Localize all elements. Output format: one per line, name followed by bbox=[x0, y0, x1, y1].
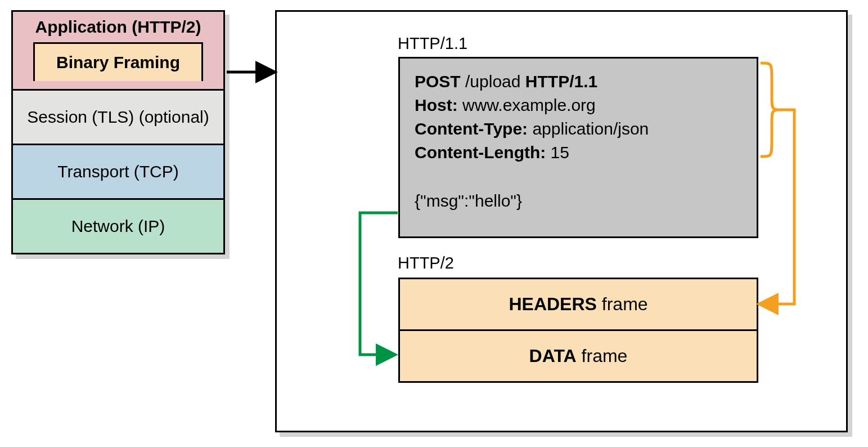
binary-framing-box: Binary Framing bbox=[33, 42, 203, 81]
content-length-label: Content-Length: bbox=[415, 143, 546, 162]
layer-session: Session (TLS) (optional) bbox=[13, 91, 223, 145]
http2-frames-box: HEADERS frame DATA frame bbox=[398, 278, 758, 383]
http-version: HTTP/1.1 bbox=[525, 72, 597, 91]
data-frame-bold: DATA bbox=[529, 346, 577, 366]
headers-frame-bold: HEADERS bbox=[509, 294, 596, 314]
content-length-value: 15 bbox=[551, 143, 569, 162]
application-title: Application (HTTP/2) bbox=[19, 17, 218, 37]
http11-request-line: POST /upload HTTP/1.1 bbox=[415, 70, 742, 93]
data-frame-rest: frame bbox=[582, 346, 628, 366]
message-panel: HTTP/1.1 POST /upload HTTP/1.1 Host: www… bbox=[275, 10, 848, 432]
protocol-layer-stack: Application (HTTP/2) Binary Framing Sess… bbox=[11, 10, 225, 254]
content-type-value: application/json bbox=[532, 119, 649, 138]
http2-label: HTTP/2 bbox=[398, 254, 454, 272]
http-path: /upload bbox=[465, 72, 520, 91]
http11-label: HTTP/1.1 bbox=[398, 34, 467, 53]
content-type-label: Content-Type: bbox=[415, 119, 528, 138]
headers-frame-rest: frame bbox=[602, 294, 648, 314]
http-method: POST bbox=[415, 72, 461, 91]
host-value: www.example.org bbox=[462, 96, 596, 114]
http11-content-type-header: Content-Type: application/json bbox=[415, 117, 742, 141]
headers-frame: HEADERS frame bbox=[400, 279, 757, 331]
layer-network: Network (IP) bbox=[13, 200, 223, 253]
layer-transport: Transport (TCP) bbox=[13, 145, 223, 200]
http11-content-length-header: Content-Length: 15 bbox=[415, 141, 742, 164]
http11-host-header: Host: www.example.org bbox=[415, 93, 742, 117]
http11-message-box: POST /upload HTTP/1.1 Host: www.example.… bbox=[398, 57, 758, 238]
host-label: Host: bbox=[415, 96, 458, 114]
http11-body: {"msg":"hello"} bbox=[415, 189, 742, 213]
layer-application: Application (HTTP/2) Binary Framing bbox=[13, 12, 223, 91]
data-frame: DATA frame bbox=[400, 331, 757, 381]
